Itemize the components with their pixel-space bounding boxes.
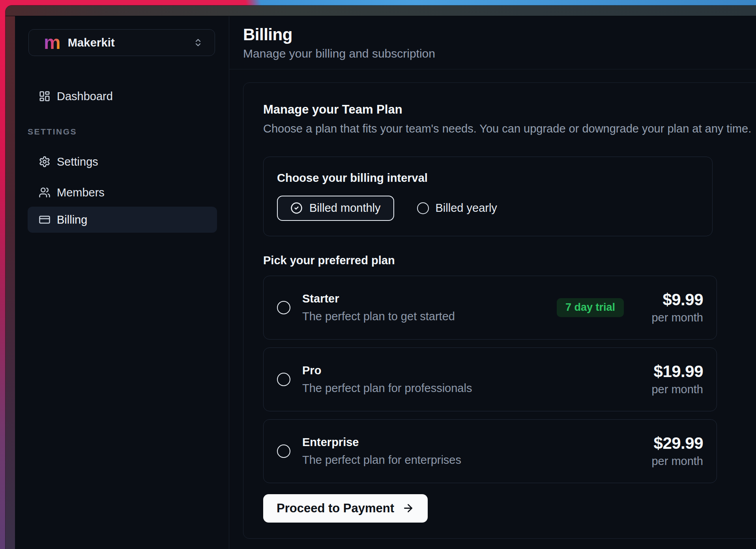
- billed-yearly-label: Billed yearly: [436, 202, 497, 215]
- proceed-to-payment-label: Proceed to Payment: [277, 501, 394, 515]
- sidebar-item-label: Billing: [57, 213, 87, 226]
- radio-unchecked-icon[interactable]: [277, 301, 290, 314]
- sidebar-item-members[interactable]: Members: [28, 183, 217, 202]
- billing-interval-card: Choose your billing interval Billed mont…: [263, 157, 713, 236]
- main-content: Billing Manage your billing and subscrip…: [229, 16, 756, 549]
- sidebar-nav: Dashboard SETTINGS Settings Members: [15, 87, 229, 233]
- plan-row-pro[interactable]: Pro The perfect plan for professionals $…: [263, 347, 717, 411]
- users-icon: [39, 187, 51, 198]
- sidebar-item-label: Members: [57, 186, 105, 199]
- page-subtitle: Manage your billing and subscription: [243, 48, 756, 60]
- page-title: Billing: [243, 26, 756, 43]
- radio-unchecked-icon: [417, 202, 429, 214]
- check-circle-icon: [290, 202, 303, 214]
- billed-monthly-label: Billed monthly: [309, 202, 381, 215]
- radio-unchecked-icon[interactable]: [277, 373, 290, 386]
- plan-name: Starter: [302, 293, 455, 304]
- team-plan-description: Choose a plan that fits your team's need…: [263, 122, 748, 135]
- sidebar-section-label: SETTINGS: [28, 127, 229, 136]
- plan-row-enterprise[interactable]: Enterprise The perfect plan for enterpri…: [263, 419, 717, 483]
- radio-unchecked-icon[interactable]: [277, 444, 290, 458]
- plan-price: $29.99: [634, 435, 703, 452]
- sidebar-item-settings[interactable]: Settings: [28, 152, 217, 171]
- plan-name: Pro: [302, 364, 472, 376]
- team-plan-title: Manage your Team Plan: [263, 103, 748, 117]
- plan-row-starter[interactable]: Starter The perfect plan to get started …: [263, 276, 717, 340]
- plan-price: $9.99: [634, 291, 703, 308]
- billing-interval-label: Choose your billing interval: [277, 172, 696, 185]
- sidebar-item-billing[interactable]: Billing: [28, 207, 217, 233]
- page-header: Billing Manage your billing and subscrip…: [229, 16, 756, 60]
- plan-description: The perfect plan to get started: [302, 310, 455, 322]
- plan-period: per month: [634, 312, 703, 323]
- plan-period: per month: [634, 384, 703, 395]
- layout-dashboard-icon: [39, 90, 51, 102]
- workspace-name: Makerkit: [68, 36, 115, 49]
- makerkit-logo: m: [44, 35, 60, 50]
- workspace-selector[interactable]: m Makerkit: [28, 29, 215, 56]
- sidebar-item-label: Dashboard: [57, 90, 113, 103]
- plan-price: $19.99: [634, 363, 703, 380]
- billed-yearly-option[interactable]: Billed yearly: [417, 202, 497, 215]
- billed-monthly-option[interactable]: Billed monthly: [277, 196, 394, 221]
- trial-badge: 7 day trial: [557, 298, 624, 317]
- plan-name: Enterprise: [302, 436, 461, 448]
- pick-plan-label: Pick your preferred plan: [263, 254, 748, 267]
- sidebar-item-label: Settings: [57, 155, 98, 168]
- window-titlebar[interactable]: [6, 6, 756, 16]
- gear-icon: [39, 156, 51, 168]
- team-plan-card: Manage your Team Plan Choose a plan that…: [243, 82, 756, 539]
- chevrons-up-down-icon: [193, 38, 203, 47]
- app-window: m Makerkit Dashboard SETTINGS: [6, 6, 756, 549]
- plan-description: The perfect plan for professionals: [302, 382, 472, 394]
- window-edge: [6, 16, 15, 549]
- plan-list: Starter The perfect plan to get started …: [263, 276, 748, 483]
- proceed-to-payment-button[interactable]: Proceed to Payment: [263, 494, 428, 523]
- desktop: m Makerkit Dashboard SETTINGS: [0, 0, 756, 549]
- plan-description: The perfect plan for enterprises: [302, 454, 461, 466]
- header-divider: [229, 69, 756, 69]
- sidebar: m Makerkit Dashboard SETTINGS: [15, 16, 229, 549]
- sidebar-item-dashboard[interactable]: Dashboard: [28, 87, 217, 106]
- arrow-right-icon: [402, 502, 414, 514]
- credit-card-icon: [39, 214, 51, 226]
- plan-period: per month: [634, 456, 703, 467]
